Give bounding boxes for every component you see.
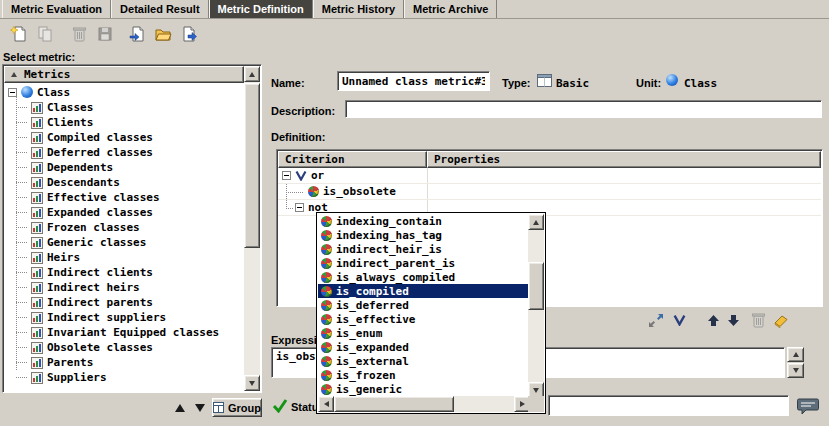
metric-tree-item[interactable]: Compiled classes bbox=[31, 130, 243, 145]
metric-tree-item[interactable]: Parents bbox=[31, 355, 243, 370]
tab-label: Detailed Result bbox=[120, 3, 199, 15]
metric-icon bbox=[31, 132, 43, 144]
metric-icon bbox=[31, 372, 43, 384]
criterion-option[interactable]: is_generic bbox=[318, 382, 530, 396]
criterion-option[interactable]: indirect_parent_is bbox=[318, 256, 530, 270]
dropdown-horizontal-scrollbar[interactable] bbox=[318, 396, 530, 412]
expression-scroll[interactable] bbox=[787, 347, 804, 378]
open-metrics-button[interactable] bbox=[150, 21, 176, 47]
properties-column-header[interactable]: Properties bbox=[427, 151, 821, 168]
comment-bubble-icon[interactable] bbox=[797, 398, 819, 415]
tab[interactable]: Metric History bbox=[313, 0, 404, 18]
scrollbar-thumb[interactable] bbox=[334, 396, 454, 412]
criterion-option[interactable]: indirect_heir_is bbox=[318, 242, 530, 256]
expression-scroll-down-button[interactable] bbox=[787, 363, 804, 378]
metric-tree-item[interactable]: Generic classes bbox=[31, 235, 243, 250]
move-criterion-up-button[interactable] bbox=[703, 311, 723, 329]
tab[interactable]: Detailed Result bbox=[111, 0, 208, 18]
metric-tree-item[interactable]: Indirect clients bbox=[31, 265, 243, 280]
metric-tree-item[interactable]: Indirect parents bbox=[31, 295, 243, 310]
metric-icon bbox=[31, 222, 43, 234]
metric-tree-item[interactable]: Expanded classes bbox=[31, 205, 243, 220]
valid-check-icon bbox=[272, 398, 288, 413]
criterion-column-header[interactable]: Criterion bbox=[278, 151, 427, 168]
move-criterion-down-button[interactable] bbox=[723, 311, 743, 329]
metric-tree-item[interactable]: Clients bbox=[31, 115, 243, 130]
tab[interactable]: Metric Evaluation bbox=[2, 0, 111, 18]
move-metric-down-button[interactable] bbox=[192, 400, 208, 416]
dropdown-vertical-scrollbar[interactable] bbox=[528, 214, 544, 398]
criterion-option[interactable]: is_always_compiled bbox=[318, 270, 530, 284]
export-metrics-button[interactable] bbox=[176, 21, 202, 47]
criterion-option-label: is_external bbox=[336, 355, 409, 368]
criterion-ball-icon bbox=[321, 244, 332, 255]
metric-tree-item[interactable]: Heirs bbox=[31, 250, 243, 265]
union-operator-button[interactable] bbox=[669, 311, 689, 329]
triangle-down-icon bbox=[249, 381, 255, 386]
status-input[interactable] bbox=[548, 395, 789, 416]
unit-value: Class bbox=[684, 77, 717, 90]
criterion-option[interactable]: is_expanded bbox=[318, 340, 530, 354]
metric-list-box: Metrics Class Classes Clients bbox=[2, 64, 262, 393]
swap-criterion-button[interactable] bbox=[646, 311, 666, 329]
scroll-up-button[interactable] bbox=[244, 66, 260, 82]
delete-metric-button bbox=[66, 21, 92, 47]
collapse-minus-icon[interactable] bbox=[295, 203, 304, 212]
scrollbar-thumb[interactable] bbox=[528, 262, 544, 310]
metric-icon bbox=[31, 177, 43, 189]
swap-criterion-icon bbox=[648, 313, 664, 328]
move-metric-up-button[interactable] bbox=[172, 400, 188, 416]
scrollbar-thumb[interactable] bbox=[244, 83, 260, 248]
metric-tree-item[interactable]: Indirect heirs bbox=[31, 280, 243, 295]
name-input[interactable] bbox=[337, 71, 490, 91]
criterion-option[interactable]: is_external bbox=[318, 354, 530, 368]
metric-tree-item-label: Deferred classes bbox=[47, 146, 153, 159]
expression-scroll-up-button[interactable] bbox=[787, 347, 804, 362]
scrollbar-corner bbox=[528, 396, 544, 412]
metrics-column-header[interactable]: Metrics bbox=[4, 66, 244, 83]
criterion-option[interactable]: is_enum bbox=[318, 326, 530, 340]
metric-tree-item[interactable]: Indirect suppliers bbox=[31, 310, 243, 325]
move-up-icon bbox=[707, 314, 720, 327]
collapse-minus-icon[interactable] bbox=[282, 171, 291, 180]
definition-row-or[interactable]: or bbox=[278, 168, 821, 184]
import-metrics-button[interactable] bbox=[124, 21, 150, 47]
criterion-ball-icon bbox=[321, 314, 332, 325]
description-input[interactable] bbox=[345, 100, 822, 118]
tab[interactable]: Metric Archive bbox=[404, 0, 497, 18]
metric-tree-item[interactable]: Descendants bbox=[31, 175, 243, 190]
metric-tree-item[interactable]: Obsolete classes bbox=[31, 340, 243, 355]
metric-tree-item-label: Frozen classes bbox=[47, 221, 140, 234]
metric-tree-item-label: Effective classes bbox=[47, 191, 160, 204]
metric-tree-item[interactable]: Frozen classes bbox=[31, 220, 243, 235]
group-button-label: Group bbox=[228, 402, 261, 414]
basic-type-icon bbox=[537, 74, 552, 87]
scroll-down-button[interactable] bbox=[244, 375, 260, 391]
metric-tree-item[interactable]: Dependents bbox=[31, 160, 243, 175]
metric-tree-root[interactable]: Class bbox=[5, 84, 243, 100]
metric-list-scrollbar[interactable] bbox=[244, 66, 260, 391]
criterion-option[interactable]: is_compiled bbox=[318, 284, 530, 298]
metric-tree-item[interactable]: Effective classes bbox=[31, 190, 243, 205]
criterion-option[interactable]: is_frozen bbox=[318, 368, 530, 382]
metric-tree-item[interactable]: Invariant Equipped classes bbox=[31, 325, 243, 340]
scroll-up-button[interactable] bbox=[528, 214, 544, 230]
tab[interactable]: Metric Definition bbox=[209, 0, 313, 18]
metric-tree-root-label: Class bbox=[37, 86, 70, 99]
metric-tree-item[interactable]: Classes bbox=[31, 100, 243, 115]
unit-label: Unit: bbox=[636, 77, 661, 89]
criterion-option-label: is_generic bbox=[336, 383, 402, 396]
criterion-option[interactable]: indexing_contain bbox=[318, 214, 530, 228]
metric-tree-item[interactable]: Deferred classes bbox=[31, 145, 243, 160]
new-metric-button[interactable] bbox=[6, 21, 32, 47]
criterion-option[interactable]: indexing_has_tag bbox=[318, 228, 530, 242]
criterion-option[interactable]: is_deferred bbox=[318, 298, 530, 312]
metric-tree-item[interactable]: Suppliers bbox=[31, 370, 243, 385]
group-button[interactable]: Group bbox=[212, 398, 262, 417]
criterion-option[interactable]: is_effective bbox=[318, 312, 530, 326]
scroll-left-button[interactable] bbox=[318, 396, 334, 412]
metric-tree-item-label: Expanded classes bbox=[47, 206, 153, 219]
erase-definition-button[interactable] bbox=[771, 311, 791, 329]
definition-row-is-obsolete[interactable]: is_obsolete bbox=[278, 184, 821, 200]
tab-bar: Metric Evaluation Detailed Result Metric… bbox=[0, 0, 829, 19]
